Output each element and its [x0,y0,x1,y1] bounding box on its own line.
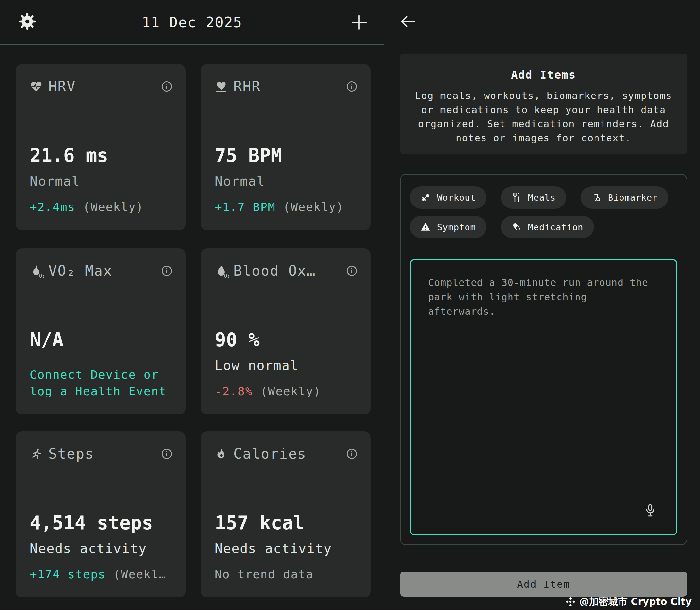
trend-suffix: (Weekly) [275,200,344,213]
warning-icon [420,222,431,232]
metric-value: 157 kcal [215,513,358,533]
metric-label: Calories [234,446,306,462]
metric-label: Blood Ox… [234,262,316,279]
runner-icon [30,448,43,460]
metric-trend[interactable]: Connect Device or log a Health Event [30,366,173,400]
chip-medication[interactable]: Medication [501,216,594,238]
chip-label: Medication [528,222,584,232]
info-icon[interactable] [161,80,173,93]
chip-label: Workout [437,193,476,203]
metric-trend: +1.7 BPM (Weekly) [215,199,358,215]
metric-trend: No trend data [215,566,358,583]
add-items-title: Add Items [411,68,675,81]
watermark: @加密城市 Crypto City [565,595,692,608]
info-icon[interactable] [161,265,173,277]
trend-value: Connect Device or log a Health Event [30,368,166,398]
watermark-text: @加密城市 Crypto City [579,595,692,608]
metric-label: HRV [48,78,76,95]
trend-value: +2.4ms [30,200,75,213]
info-icon[interactable] [161,448,173,460]
add-button[interactable] [350,13,369,32]
header-divider [0,44,384,45]
metric-value: 75 BPM [215,146,358,165]
info-icon[interactable] [346,448,358,460]
o2-sub-label: O₂ [39,274,45,278]
add-items-description: Log meals, workouts, biomarkers, symptom… [411,89,675,145]
capsule-icon [511,222,522,232]
note-text: Completed a 30-minute run around the par… [428,277,648,317]
biomarker-jar-icon [591,192,602,203]
metric-trend: -2.8% (Weekly) [215,383,358,400]
metric-value: 4,514 steps [30,513,173,533]
add-item-button[interactable]: Add Item [400,572,687,596]
metric-status: Needs activity [30,541,173,556]
metric-card-rhr[interactable]: RHR 75 BPM Normal +1.7 BPM (Weekly) [201,64,371,230]
metric-card-blood-oxygen[interactable]: O₂ Blood Ox… 90 % Low normal -2.8% (Week… [201,248,371,415]
info-icon[interactable] [346,80,358,93]
metric-label: RHR [234,78,261,95]
microphone-button[interactable] [643,503,658,518]
metric-label: VO₂ Max [48,262,112,279]
diamond-logo-icon [565,596,576,607]
metric-card-hrv[interactable]: HRV 21.6 ms Normal +2.4ms (Weekly) [16,64,186,230]
chip-symptom[interactable]: Symptom [410,216,487,238]
lungs-o2-icon: O₂ [30,264,43,277]
metric-trend: +2.4ms (Weekly) [30,199,173,215]
add-items-info-card: Add Items Log meals, workouts, biomarker… [400,53,687,154]
trend-suffix: (Weekly) [253,385,321,398]
trend-value: +1.7 BPM [215,200,275,213]
chip-biomarker[interactable]: Biomarker [581,186,668,209]
metric-label: Steps [48,446,94,462]
metric-trend: +174 steps (Weekl… [30,566,173,583]
blood-drop-o2-icon: O₂ [215,264,228,277]
metric-card-steps[interactable]: Steps 4,514 steps Needs activity +174 st… [16,431,186,597]
arrow-left-icon [399,12,417,31]
metric-value: N/A [30,330,173,350]
chip-label: Symptom [437,222,476,232]
dumbbell-icon [420,192,431,203]
plus-icon [350,13,369,32]
chip-meals[interactable]: Meals [501,186,566,209]
category-chip-row: Workout Meals Biomarker Symptom Medicati… [410,186,677,238]
back-button[interactable] [399,12,417,31]
add-item-button-label: Add Item [517,578,570,590]
metric-card-calories[interactable]: Calories 157 kcal Needs activity No tren… [201,431,371,597]
metric-status: Needs activity [215,541,358,556]
trend-value: -2.8% [215,385,253,398]
metric-value: 90 % [215,330,358,350]
trend-suffix: No trend data [215,568,314,581]
trend-suffix: (Weekly) [75,200,144,213]
utensils-icon [511,192,522,203]
metric-status: Normal [30,174,173,189]
monitor-heart-icon [215,80,228,93]
flame-icon [215,448,228,460]
chip-label: Biomarker [608,193,658,203]
page-title-date: 11 Dec 2025 [0,14,384,30]
heart-pulse-icon [30,80,43,93]
o2-sub-label: O₂ [224,274,230,278]
metric-value: 21.6 ms [30,146,173,165]
metric-status: Low normal [215,358,358,373]
chip-label: Meals [528,193,556,203]
trend-value: +174 steps [30,568,106,581]
note-input[interactable]: Completed a 30-minute run around the par… [410,259,677,535]
trend-suffix: (Weekl… [106,568,166,581]
metric-card-vo2max[interactable]: O₂ VO₂ Max N/A Connect Device or log a H… [16,248,186,415]
info-icon[interactable] [346,265,358,277]
metric-status: Normal [215,174,358,189]
chip-workout[interactable]: Workout [410,186,487,209]
